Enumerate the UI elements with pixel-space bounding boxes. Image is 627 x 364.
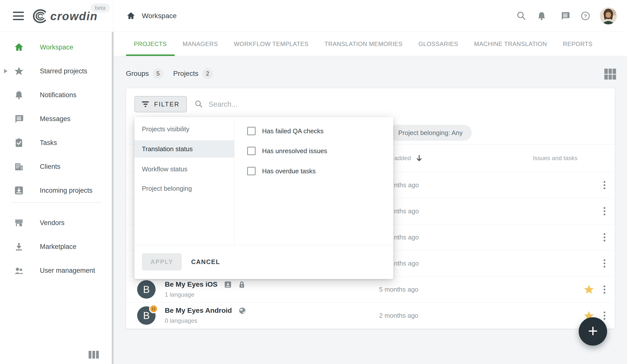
search-icon[interactable] [516,11,526,21]
tab-glossaries[interactable]: GLOSSARIES [410,32,466,56]
sort-desc-arrow-icon [416,154,422,162]
filter-panel-menu: Projects visibility Translation status W… [134,117,234,245]
checkbox-icon[interactable] [247,127,256,135]
tab-projects[interactable]: PROJECTS [126,32,175,56]
filter-panel: Projects visibility Translation status W… [134,117,393,279]
breadcrumb[interactable]: Workspace [126,0,177,32]
column-header-issues-tasks: Issues and tasks [533,153,577,164]
download-icon [14,242,24,252]
create-project-fab[interactable]: + [579,317,607,346]
sidebar-item-messages[interactable]: Messages [0,107,114,131]
inbox-arrow-icon [14,185,24,195]
lock-icon [238,281,245,288]
sidebar-item-marketplace[interactable]: Marketplace [0,235,114,259]
help-icon[interactable]: ? [580,11,590,21]
filter-icon [142,101,149,107]
building-icon [14,162,24,172]
expand-caret-icon[interactable] [4,69,7,73]
project-belonging-chip[interactable]: Project belonging: Any [389,125,472,141]
projects-toggle[interactable]: Projects 2 [173,68,213,79]
sidebar-scrollbar[interactable] [112,32,114,364]
sidebar-item-tasks[interactable]: Tasks [0,131,114,155]
table-row-be-my-eyes-android[interactable]: B Be My Eyes Android 0 languages 2 month… [126,303,615,329]
plus-icon: + [588,322,598,339]
message-icon [14,114,24,124]
sidebar-divider [11,202,102,203]
tab-reports[interactable]: REPORTS [555,32,601,56]
filter-menu-workflow-status[interactable]: Workflow status [134,160,234,178]
star-icon[interactable] [583,284,594,295]
grid-view-icon[interactable] [604,69,616,80]
option-has-overdue-tasks[interactable]: Has overdue tasks [247,166,316,176]
project-languages: 1 language [165,291,245,298]
cancel-button[interactable]: CANCEL [191,253,220,271]
row-menu-icon[interactable] [599,257,610,269]
column-header-added[interactable]: added [394,153,422,164]
storefront-icon [14,218,24,228]
top-header: crowdin beta Workspace ? [0,0,627,32]
apply-button[interactable]: APPLY [142,253,182,271]
checkbox-icon[interactable] [247,147,256,155]
sidebar-item-user-management[interactable]: User management [0,259,114,282]
notifications-bell-icon[interactable] [537,11,547,21]
option-has-unresolved-issues[interactable]: Has unresolved issues [247,146,327,156]
filter-menu-project-belonging[interactable]: Project belonging [134,180,234,197]
project-avatar: B [137,280,156,299]
paused-badge-icon [149,304,158,313]
sidebar-item-incoming-projects[interactable]: Incoming projects [0,179,114,202]
tab-machine-translation[interactable]: MACHINE TRANSLATION [466,32,555,56]
groups-toggle[interactable]: Groups 5 [126,68,163,79]
project-name[interactable]: Be My Eyes Android [165,307,232,315]
tab-managers[interactable]: MANAGERS [175,32,226,56]
tab-translation-memories[interactable]: TRANSLATION MEMORIES [317,32,411,56]
incoming-project-icon [224,281,232,288]
count-toolbar: Groups 5 Projects 2 [126,63,223,85]
row-menu-icon[interactable] [599,283,610,295]
page-title: Workspace [142,12,177,20]
filter-menu-translation-status[interactable]: Translation status [134,140,234,158]
sidebar-item-notifications[interactable]: Notifications [0,83,114,107]
search-input[interactable] [209,100,383,108]
bell-icon [14,90,24,100]
project-languages: 0 languages [165,317,246,324]
divider [134,245,393,245]
logo-wordmark: crowdin [50,9,98,23]
home-icon [126,11,135,20]
sidebar-item-starred-projects[interactable]: Starred projects [0,59,114,83]
sidebar-item-vendors[interactable]: Vendors [0,211,114,235]
row-menu-icon[interactable] [599,231,610,243]
people-icon [14,266,24,275]
filter-menu-projects-visibility[interactable]: Projects visibility [134,120,234,138]
star-icon [14,66,24,76]
checkbox-icon[interactable] [247,167,256,175]
table-row-be-my-eyes-ios[interactable]: B Be My Eyes iOS 1 language 5 months ago [126,276,615,303]
messages-chat-icon[interactable] [560,11,570,21]
projects-count-badge: 2 [202,68,213,79]
crowdin-swoosh-icon [31,9,48,23]
svg-text:?: ? [584,13,587,19]
menu-icon[interactable] [13,12,24,20]
project-name[interactable]: Be My Eyes iOS [165,280,218,288]
search-icon [195,100,203,108]
search-bar [195,96,383,112]
clipboard-check-icon [14,138,24,148]
row-menu-icon[interactable] [599,179,610,191]
user-avatar[interactable] [600,7,617,24]
filter-button[interactable]: FILTER [134,96,187,112]
row-menu-icon[interactable] [599,205,610,217]
crowdin-logo[interactable]: crowdin [31,9,98,23]
globe-icon [238,307,246,315]
sidebar-item-workspace[interactable]: Workspace [0,35,114,59]
tab-workflow-templates[interactable]: WORKFLOW TEMPLATES [226,32,316,56]
groups-count-badge: 5 [153,68,163,79]
sidebar: Workspace Starred projects Notifications… [0,32,114,364]
project-avatar: B [137,306,156,325]
option-has-failed-qa-checks[interactable]: Has failed QA checks [247,126,324,136]
sidebar-item-clients[interactable]: Clients [0,155,114,179]
header-divider [114,0,114,32]
collapse-columns-icon[interactable] [89,351,99,359]
beta-badge: beta [90,3,110,12]
main-tabbar: PROJECTS MANAGERS WORKFLOW TEMPLATES TRA… [114,32,627,56]
home-icon [14,42,24,52]
